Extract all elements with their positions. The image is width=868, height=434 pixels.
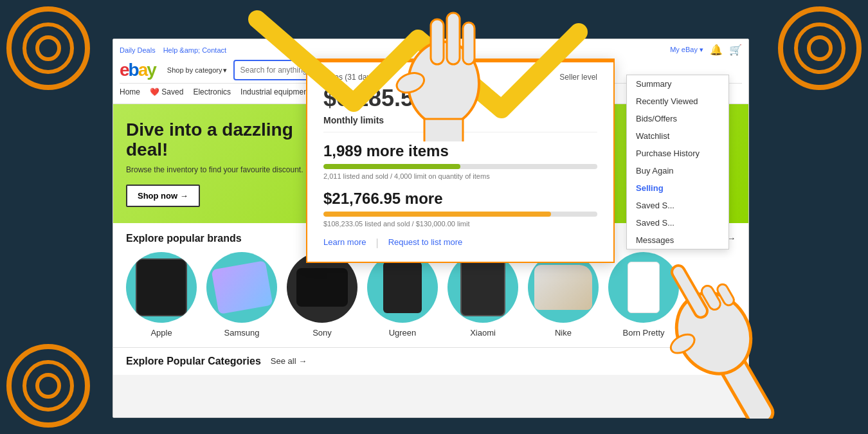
bornpretty-nail-icon [628,262,660,313]
amount-limit-desc: $108,233.05 listed and sold / $130,000.0… [323,220,597,228]
items-limit-desc: 2,011 listed and sold / 4,000 limit on q… [323,172,597,180]
hero-subtitle: Browse the inventory to find your favour… [126,165,306,174]
brand-item-xiaomi[interactable]: Xiaomi [448,252,518,338]
myebay-menu-selling[interactable]: Selling [627,179,728,197]
myebay-menu-buy-again[interactable]: Buy Again [627,162,728,179]
myebay-menu-recently-viewed[interactable]: Recently Viewed [627,93,728,110]
myebay-menu-saved-sellers[interactable]: Saved S... [627,197,728,214]
seller-total-amount: $6,185.54 [323,85,597,112]
bornpretty-items [628,262,660,313]
brand-item-ugreen[interactable]: Ugreen [367,252,438,338]
nav-electronics[interactable]: Electronics [193,86,231,98]
brand-item-bornpretty[interactable]: Born Pretty [608,252,679,338]
brand-circle-samsung [206,252,277,323]
brand-name-samsung: Samsung [224,328,260,338]
myebay-menu-saved-searches[interactable]: Saved S... [627,214,728,231]
brand-name-nike: Nike [555,328,572,338]
shopping-cart[interactable]: 🛒 [729,44,742,56]
shop-by-category[interactable]: Shop by category ▾ [167,66,228,75]
brands-title: Explore popular brands [126,233,242,244]
seller-panel-border-top [307,60,613,62]
samsung-device-icon [211,260,273,314]
sony-console-icon [296,268,348,307]
nav-industrial[interactable]: Industrial equipment [240,86,310,98]
limit-action-links: Learn more | Request to list more [323,237,597,249]
brand-name-xiaomi: Xiaomi [470,328,496,338]
top-bar-links: Daily Deals Help &amp; Contact [120,46,226,54]
brand-item-nike[interactable]: Nike [528,252,599,338]
shop-by-label: Shop by category [167,66,222,74]
ebay-browser-window: Daily Deals Help &amp; Contact My eBay ▾… [113,39,749,418]
learn-more-link[interactable]: Learn more [323,237,366,249]
brand-name-sony: Sony [312,328,332,338]
link-divider: | [375,237,378,249]
request-list-more-link[interactable]: Request to list more [388,237,463,249]
brand-item-apple[interactable]: Apple [126,252,197,338]
categories-section: Explore Popular Categories See all → [113,347,748,375]
monthly-limits-title: Monthly limits [323,115,597,132]
ebay-top-bar: Daily Deals Help &amp; Contact My eBay ▾… [120,42,742,57]
nav-saved[interactable]: ❤️ Saved [150,86,183,98]
xiaomi-phone-icon [460,258,505,316]
seller-level-label: Seller level [559,73,597,82]
categories-title: Explore Popular Categories [126,356,261,367]
myebay-dropdown-menu: Summary Recently Viewed Bids/Offers Watc… [626,75,729,249]
myebay-menu-summary[interactable]: Summary [627,75,728,93]
items-limit-bar-fill [323,164,460,169]
seller-top-bar: Sales (31 days) Seller level [323,73,597,82]
items-limit-value: 1,989 more items [323,142,597,160]
items-limit-bar [323,164,597,169]
myebay-menu-purchase-history[interactable]: Purchase History [627,145,728,162]
brand-circle-bornpretty [608,252,679,323]
brand-item-samsung[interactable]: Samsung [206,252,277,338]
apple-phone-icon [136,258,187,316]
top-bar-right: My eBay ▾ 🔔 🛒 [670,44,742,56]
brand-circle-apple [126,252,197,323]
spiral-decoration-bl [6,344,90,428]
brand-name-bornpretty: Born Pretty [622,328,664,338]
amount-limit-section: $21,766.95 more $108,233.05 listed and s… [323,190,597,228]
amount-limit-bar-fill [323,212,551,217]
myebay-menu-bids-offers[interactable]: Bids/Offers [627,110,728,127]
brand-name-ugreen: Ugreen [389,328,417,338]
sales-period-label: Sales (31 days) [323,73,377,82]
ebay-logo: ebay [120,60,156,80]
categories-see-all[interactable]: See all → [271,356,307,366]
notification-bell[interactable]: 🔔 [710,44,723,56]
hero-title: Dive into a dazzling deal! [126,120,319,160]
shop-by-chevron: ▾ [223,66,227,75]
help-contact-link[interactable]: Help &amp; Contact [163,46,226,54]
amount-limit-value: $21,766.95 more [323,190,597,208]
shop-now-button[interactable]: Shop now → [126,185,200,207]
brands-grid: Apple Samsung Sony Ugre [126,252,736,338]
brand-name-apple: Apple [150,328,172,338]
myebay-menu-watchlist[interactable]: Watchlist [627,127,728,145]
items-limit-section: 1,989 more items 2,011 listed and sold /… [323,142,597,180]
seller-dashboard-panel: Sales (31 days) Seller level $6,185.54 M… [306,59,615,263]
nav-home[interactable]: Home [120,86,140,98]
amount-limit-bar [323,212,597,217]
nike-shoes-icon [534,265,592,310]
daily-deals-link[interactable]: Daily Deals [120,46,156,54]
my-ebay-button[interactable]: My eBay ▾ [670,46,703,54]
spiral-decoration-tr [778,6,862,90]
spiral-decoration-tl [6,6,90,90]
myebay-menu-messages[interactable]: Messages [627,231,728,249]
ugreen-battery-icon [383,262,422,313]
categories-header: Explore Popular Categories See all → [126,356,736,367]
brand-item-sony[interactable]: Sony [287,252,357,338]
